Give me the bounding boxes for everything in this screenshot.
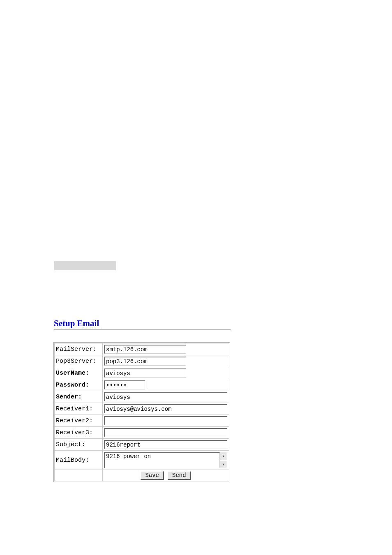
empty-label: [55, 470, 103, 481]
label-mailserver: MailServer:: [55, 343, 103, 355]
pop3server-input[interactable]: [104, 357, 186, 366]
label-sender: Sender:: [55, 391, 103, 403]
section-title: Setup Email: [54, 318, 99, 329]
save-button[interactable]: Save: [141, 471, 164, 480]
username-input[interactable]: [104, 368, 186, 378]
sender-input[interactable]: [104, 392, 227, 401]
mailserver-input[interactable]: [104, 345, 186, 354]
divider: [54, 329, 231, 330]
label-password: Password:: [55, 379, 103, 391]
page: Setup Email MailServer: Pop3Server: User…: [0, 0, 392, 555]
mailbody-textarea[interactable]: [104, 452, 220, 468]
scroll-up-icon[interactable]: ▲: [220, 452, 227, 460]
scroll-down-icon[interactable]: ▼: [220, 460, 227, 468]
send-button[interactable]: Send: [168, 471, 191, 480]
label-receiver2: Receiver2:: [55, 415, 103, 427]
receiver1-input[interactable]: [104, 404, 227, 413]
password-input[interactable]: [104, 380, 145, 389]
textarea-scrollbar[interactable]: ▲ ▼: [220, 452, 227, 468]
email-form: MailServer: Pop3Server: UserName: Passwo…: [53, 342, 230, 482]
highlight-block: [54, 261, 116, 270]
label-pop3server: Pop3Server:: [55, 355, 103, 367]
form-table: MailServer: Pop3Server: UserName: Passwo…: [54, 343, 229, 481]
label-mailbody: MailBody:: [55, 451, 103, 470]
label-subject: Subject:: [55, 439, 103, 451]
label-username: UserName:: [55, 367, 103, 379]
receiver3-input[interactable]: [104, 428, 227, 437]
receiver2-input[interactable]: [104, 416, 227, 425]
label-receiver3: Receiver3:: [55, 427, 103, 439]
subject-input[interactable]: [104, 440, 227, 449]
label-receiver1: Receiver1:: [55, 403, 103, 415]
